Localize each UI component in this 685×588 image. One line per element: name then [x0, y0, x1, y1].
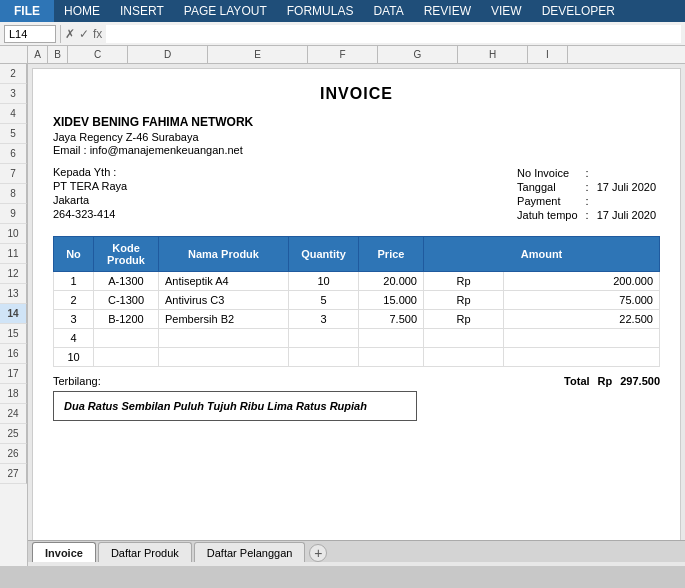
th-nama: Nama Produk [159, 237, 289, 272]
menu-home[interactable]: HOME [54, 0, 110, 22]
td-amount [504, 329, 660, 348]
row-4: 4 [0, 104, 27, 124]
row-2: 2 [0, 64, 27, 84]
row-15: 15 [0, 324, 27, 344]
row-5: 5 [0, 124, 27, 144]
invoice-header: Kepada Yth : PT TERA Raya Jakarta 264-32… [53, 166, 660, 222]
table-row: 2 C-1300 Antivirus C3 5 15.000 Rp 75.000 [54, 291, 660, 310]
terbilang-box: Dua Ratus Sembilan Puluh Tujuh Ribu Lima… [53, 391, 417, 421]
col-header-c: C [68, 46, 128, 63]
total-area: Total Rp 297.500 [564, 375, 660, 387]
row-17: 17 [0, 364, 27, 384]
td-rp [424, 329, 504, 348]
td-nama: Pembersih B2 [159, 310, 289, 329]
menu-data[interactable]: DATA [363, 0, 413, 22]
table-header-row: No KodeProduk Nama Produk Quantity Price… [54, 237, 660, 272]
td-nama [159, 348, 289, 367]
tab-daftar-produk[interactable]: Daftar Produk [98, 542, 192, 562]
td-rp [424, 348, 504, 367]
th-amount: Amount [424, 237, 660, 272]
separator [60, 25, 61, 43]
td-price: 20.000 [359, 272, 424, 291]
jatuh-tempo-label: Jatuh tempo [513, 208, 582, 222]
row-24: 24 [0, 404, 27, 424]
col-header-a: A [28, 46, 48, 63]
tab-invoice[interactable]: Invoice [32, 542, 96, 562]
to-name: PT TERA Raya [53, 180, 127, 192]
tab-add-button[interactable]: + [309, 544, 327, 562]
row-13: 13 [0, 284, 27, 304]
invoice-content: INVOICE XIDEV BENING FAHIMA NETWORK Jaya… [32, 68, 681, 548]
th-no: No [54, 237, 94, 272]
td-no: 3 [54, 310, 94, 329]
sheets-area: INVOICE XIDEV BENING FAHIMA NETWORK Jaya… [28, 64, 685, 562]
tab-daftar-pelanggan[interactable]: Daftar Pelanggan [194, 542, 306, 562]
td-kode: B-1200 [94, 310, 159, 329]
menu-insert[interactable]: INSERT [110, 0, 174, 22]
td-kode: A-1300 [94, 272, 159, 291]
td-qty [289, 348, 359, 367]
formula-input[interactable] [106, 25, 681, 43]
to-label: Kepada Yth : [53, 166, 127, 178]
td-nama: Antivirus C3 [159, 291, 289, 310]
formula-bar: L14 ✗ ✓ fx [0, 22, 685, 46]
invoice-table: No KodeProduk Nama Produk Quantity Price… [53, 236, 660, 367]
menu-developer[interactable]: DEVELOPER [532, 0, 625, 22]
cell-reference[interactable]: L14 [4, 25, 56, 43]
td-no: 2 [54, 291, 94, 310]
terbilang-label: Terbilang: [53, 375, 101, 387]
to-phone: 264-323-414 [53, 208, 127, 220]
table-header: No KodeProduk Nama Produk Quantity Price… [54, 237, 660, 272]
td-price [359, 348, 424, 367]
menu-review[interactable]: REVIEW [414, 0, 481, 22]
col-header-e: E [208, 46, 308, 63]
td-rp: Rp [424, 272, 504, 291]
grid-area: A B C D E F G H I INVOICE XIDEV BENING F… [28, 46, 685, 566]
cancel-icon[interactable]: ✗ [65, 27, 75, 41]
corner-header [0, 46, 27, 64]
row-18: 18 [0, 384, 27, 404]
table-body: 1 A-1300 Antiseptik A4 10 20.000 Rp 200.… [54, 272, 660, 367]
col-header-b: B [48, 46, 68, 63]
tanggal-value: 17 Juli 2020 [593, 180, 660, 194]
td-qty: 3 [289, 310, 359, 329]
td-amount: 22.500 [504, 310, 660, 329]
col-header-i: I [528, 46, 568, 63]
menu-view[interactable]: VIEW [481, 0, 532, 22]
company-info: XIDEV BENING FAHIMA NETWORK Jaya Regency… [53, 115, 660, 156]
td-nama [159, 329, 289, 348]
td-kode: C-1300 [94, 291, 159, 310]
jatuh-tempo-sep: : [582, 208, 593, 222]
td-amount [504, 348, 660, 367]
menu-page-layout[interactable]: PAGE LAYOUT [174, 0, 277, 22]
th-price: Price [359, 237, 424, 272]
payment-sep: : [582, 194, 593, 208]
row-3: 3 [0, 84, 27, 104]
menu-formulas[interactable]: FORMULAS [277, 0, 364, 22]
payment-value [593, 194, 660, 208]
confirm-icon[interactable]: ✓ [79, 27, 89, 41]
company-address: Jaya Regency Z-46 Surabaya [53, 131, 660, 143]
ribbon: FILE HOME INSERT PAGE LAYOUT FORMULAS DA… [0, 0, 685, 22]
td-no: 4 [54, 329, 94, 348]
jatuh-tempo-value: 17 Juli 2020 [593, 208, 660, 222]
file-menu-button[interactable]: FILE [0, 0, 54, 22]
fx-label: fx [93, 27, 102, 41]
th-kode: KodeProduk [94, 237, 159, 272]
td-no: 10 [54, 348, 94, 367]
row-16: 16 [0, 344, 27, 364]
row-25: 25 [0, 424, 27, 444]
td-price: 7.500 [359, 310, 424, 329]
td-rp: Rp [424, 291, 504, 310]
td-nama: Antiseptik A4 [159, 272, 289, 291]
table-row: 3 B-1200 Pembersih B2 3 7.500 Rp 22.500 [54, 310, 660, 329]
table-row: 1 A-1300 Antiseptik A4 10 20.000 Rp 200.… [54, 272, 660, 291]
header-right: No Invoice : Tanggal : 17 Juli 2020 Paym… [513, 166, 660, 222]
spreadsheet: 2 3 4 5 6 7 8 9 10 11 12 13 14 15 16 17 … [0, 46, 685, 566]
table-row: 4 [54, 329, 660, 348]
td-price [359, 329, 424, 348]
to-city: Jakarta [53, 194, 127, 206]
col-header-g: G [378, 46, 458, 63]
row-9: 9 [0, 204, 27, 224]
meta-row-payment: Payment : [513, 194, 660, 208]
